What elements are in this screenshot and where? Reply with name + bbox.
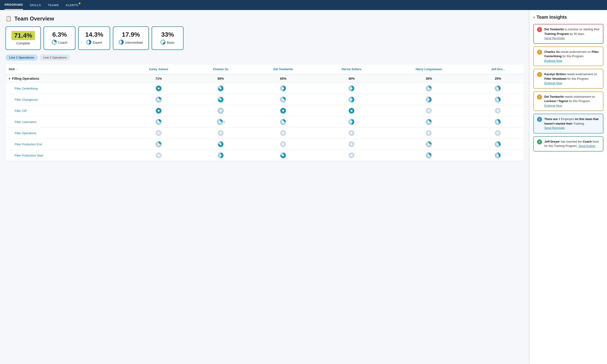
skill-name-cell: Filler Lubrication [5, 117, 125, 128]
skill-name[interactable]: Filler CIP [14, 109, 27, 113]
skill-cell-3 [317, 83, 386, 94]
skill-cell-5 [472, 128, 524, 139]
insight-link-2[interactable]: Endorse Now [544, 81, 562, 85]
nav-alerts[interactable]: ALERTS [66, 1, 78, 10]
insight-link-3[interactable]: Endorse Now [544, 104, 562, 107]
section-pct-3: 40% [317, 74, 386, 83]
tab-line2[interactable]: Line 2 Operations [40, 54, 70, 61]
col-carey[interactable]: Carey Juhasz [125, 64, 192, 74]
col-jeff[interactable]: Jeff Dre... [472, 64, 524, 74]
skill-name[interactable]: Filler Production Start [14, 154, 43, 157]
skill-cell-3 [317, 94, 386, 105]
insight-text: Del Tomberlin needs endorsement on Locko… [544, 94, 600, 108]
insight-text-part: by 30 days. [569, 32, 585, 36]
skill-name[interactable]: Filler Operations [14, 131, 36, 135]
nav-teams[interactable]: TEAMS [48, 1, 59, 10]
section-name[interactable]: ▾Filling Operations [5, 74, 125, 83]
insight-link-1[interactable]: Endorse Now [544, 59, 562, 62]
insight-text-part: 4 Employes [558, 117, 574, 121]
insights-container: !Del Tomberlin is overdue on starting th… [533, 24, 603, 152]
insight-link-5[interactable]: Send Kudos! [579, 144, 595, 148]
skill-name-cell: Filler Changeover [5, 94, 125, 105]
insight-text-part: Training. [573, 122, 585, 125]
insight-card-3: !Del Tomberlin needs endorsement on Lock… [533, 91, 603, 111]
skill-name[interactable]: Filler Lubrication [14, 120, 36, 124]
table-row: Filler Centerlining [5, 83, 524, 94]
metric-value-coach: 6.3% [52, 31, 67, 38]
table-row: Filler CIP [5, 105, 524, 117]
svg-point-61 [282, 132, 284, 134]
section-row: ▾Filling Operations71%56%65%40%30%25% [5, 74, 524, 83]
skill-name-cell: Filler Centerlining [5, 83, 125, 94]
skill-cell-1 [192, 139, 249, 150]
skill-column-header[interactable]: Skill ↑ [5, 64, 125, 74]
skill-cell-1: ! [192, 117, 249, 128]
skill-cell-5 [472, 94, 524, 105]
col-derick[interactable]: Derick Sollars [317, 64, 386, 74]
col-harry[interactable]: Harry Longsmauer [386, 64, 472, 74]
svg-point-57 [158, 132, 160, 134]
metric-value-expert: 14.3% [85, 31, 103, 38]
table-row: Filler Production Start [5, 150, 524, 161]
insight-subject: Lockout / Tagout [544, 99, 568, 103]
svg-point-51 [351, 121, 352, 123]
page-title-icon: 📋 [5, 16, 12, 22]
svg-point-71 [220, 143, 222, 145]
table-row: Filler Production End [5, 139, 524, 150]
skill-name[interactable]: Filler Centerlining [14, 87, 38, 90]
insight-text: Jeff Dreyer has reached the Coach level … [544, 139, 600, 148]
sidebar-title-row: › Team Insights [533, 14, 603, 20]
section-pct-5: 25% [472, 74, 524, 83]
svg-point-27 [351, 99, 352, 101]
skill-cell-5 [472, 83, 524, 94]
metric-label-intermediate: Intermediate [125, 41, 143, 44]
svg-point-53 [428, 121, 430, 123]
svg-point-7 [162, 41, 164, 43]
insight-icon: ! [537, 72, 542, 77]
skill-cell-3 [317, 150, 386, 161]
svg-point-83 [220, 155, 222, 156]
col-del[interactable]: Del Tomberlin [249, 64, 317, 74]
nav-programs[interactable]: PROGRAMS [5, 0, 23, 10]
svg-point-91 [497, 155, 499, 156]
insight-subject: Coach [583, 140, 592, 143]
col-charles[interactable]: Charles Vu [192, 64, 249, 74]
skill-cell-2 [249, 83, 317, 94]
insight-link-4[interactable]: Send Reminder [544, 126, 565, 130]
skill-name[interactable]: Filler Production End [14, 143, 42, 146]
insight-link-0[interactable]: Send Reminder [544, 37, 565, 40]
svg-point-13 [282, 88, 284, 89]
skill-cell-5 [472, 117, 524, 128]
sidebar-chevron-icon: › [533, 15, 535, 20]
section-toggle[interactable]: ▾ [9, 77, 10, 80]
svg-point-25 [282, 99, 284, 101]
metric-card-basic: 33% Basic [152, 26, 184, 50]
skill-cell-2 [249, 150, 317, 161]
skill-name[interactable]: Filler Changeover [14, 98, 38, 101]
skill-name-cell: Filler CIP [5, 105, 125, 117]
metric-card-expert: 14.3% Expert [78, 26, 110, 50]
main-container: 📋 Team Overview 71.4% Complete 6.3% [0, 10, 607, 364]
svg-point-75 [351, 143, 352, 145]
skill-name-cell: Filler Production End [5, 139, 125, 150]
svg-point-47 [219, 121, 221, 123]
insight-person: Karolyn Britton [544, 72, 566, 76]
insight-card-1: !Charles Vu needs endorsement on Filler … [533, 46, 603, 66]
metric-cards: 71.4% Complete 6.3% Coach [5, 26, 524, 50]
svg-point-37 [282, 110, 284, 112]
tab-line1[interactable]: Line 1 Operations [5, 54, 38, 61]
skill-cell-5 [472, 150, 524, 161]
metric-label-expert: Expert [93, 41, 102, 44]
skills-grid: Skill ↑ Carey Juhasz Charles Vu Del Tomb… [5, 64, 524, 161]
insight-card-4: iThere are 4 Employes on this team that … [533, 114, 603, 133]
nav-skills[interactable]: SKILLS [30, 1, 41, 10]
svg-point-45 [158, 121, 160, 123]
skill-cell-3 [317, 105, 386, 117]
skill-cell-0 [125, 117, 192, 128]
metric-card-complete: 71.4% Complete [5, 26, 41, 50]
skill-cell-2 [249, 139, 317, 150]
svg-point-43 [497, 110, 499, 112]
insight-text: Charles Vu needs endorsement on Filler C… [544, 50, 600, 63]
svg-point-19 [497, 88, 499, 89]
insight-text: Del Tomberlin is overdue on starting the… [544, 27, 600, 40]
